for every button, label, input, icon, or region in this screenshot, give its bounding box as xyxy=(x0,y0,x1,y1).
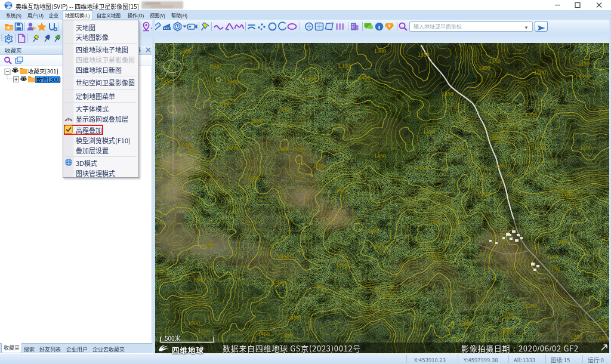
svg-text:1350: 1350 xyxy=(338,62,350,70)
svg-text:1400: 1400 xyxy=(579,72,591,80)
svg-text:1500: 1500 xyxy=(187,147,199,155)
svg-text:1550: 1550 xyxy=(292,145,304,153)
svg-text:1300: 1300 xyxy=(499,328,511,335)
svg-text:1400: 1400 xyxy=(280,332,292,340)
svg-text:1400: 1400 xyxy=(430,218,442,226)
svg-text:1450: 1450 xyxy=(227,78,239,86)
svg-text:1350: 1350 xyxy=(161,78,172,85)
svg-text:1300: 1300 xyxy=(525,111,537,119)
svg-text:1500: 1500 xyxy=(188,319,200,327)
svg-text:1450: 1450 xyxy=(288,314,300,322)
svg-text:1250: 1250 xyxy=(556,238,567,246)
svg-text:1350: 1350 xyxy=(366,227,378,235)
svg-text:1400: 1400 xyxy=(272,279,284,286)
svg-text:1200: 1200 xyxy=(547,253,559,261)
svg-text:1250: 1250 xyxy=(501,310,513,318)
svg-text:1100: 1100 xyxy=(598,322,610,330)
svg-text:1300: 1300 xyxy=(454,145,466,153)
svg-text:1200: 1200 xyxy=(525,302,537,310)
svg-text:1450: 1450 xyxy=(277,253,289,261)
svg-text:1400: 1400 xyxy=(534,69,546,76)
svg-text:1300: 1300 xyxy=(479,64,490,72)
svg-text:1500: 1500 xyxy=(209,62,221,70)
svg-text:1450: 1450 xyxy=(374,152,386,160)
svg-text:1200: 1200 xyxy=(570,333,582,341)
svg-text:1400: 1400 xyxy=(580,144,592,152)
svg-text:1350: 1350 xyxy=(336,261,348,269)
svg-text:1400: 1400 xyxy=(203,240,215,248)
svg-text:1500: 1500 xyxy=(219,100,231,108)
svg-text:1450: 1450 xyxy=(578,60,590,67)
svg-text:1200: 1200 xyxy=(495,162,507,169)
svg-text:1350: 1350 xyxy=(489,57,501,65)
svg-text:500米: 500米 xyxy=(165,334,181,343)
svg-text:1450: 1450 xyxy=(416,164,428,172)
svg-text:1300: 1300 xyxy=(374,243,386,251)
svg-text:1350: 1350 xyxy=(382,290,394,298)
svg-text:1550: 1550 xyxy=(336,187,348,195)
svg-text:1260: 1260 xyxy=(489,134,501,141)
svg-text:1300: 1300 xyxy=(459,320,471,328)
svg-text:1400: 1400 xyxy=(180,48,192,55)
svg-text:1500: 1500 xyxy=(193,276,205,284)
svg-text:1350: 1350 xyxy=(442,90,453,98)
svg-text:1450: 1450 xyxy=(277,106,289,113)
svg-text:1500: 1500 xyxy=(313,162,325,169)
svg-text:1600: 1600 xyxy=(248,174,260,181)
svg-text:1600: 1600 xyxy=(277,145,289,153)
svg-text:1350: 1350 xyxy=(427,253,439,261)
svg-text:1400: 1400 xyxy=(304,75,316,83)
svg-text:1460: 1460 xyxy=(258,330,270,338)
svg-text:1350: 1350 xyxy=(418,51,430,58)
svg-text:1400: 1400 xyxy=(359,74,371,82)
svg-text:1300: 1300 xyxy=(561,192,573,199)
svg-text:1350: 1350 xyxy=(477,192,489,199)
svg-text:1150: 1150 xyxy=(595,334,607,342)
svg-text:1550: 1550 xyxy=(251,117,263,125)
svg-text:1300: 1300 xyxy=(374,47,386,55)
svg-text:1150: 1150 xyxy=(548,266,560,273)
svg-text:1450: 1450 xyxy=(313,283,325,291)
svg-text:1450: 1450 xyxy=(423,128,435,136)
svg-text:1600: 1600 xyxy=(226,144,238,152)
svg-text:1350: 1350 xyxy=(534,144,546,152)
